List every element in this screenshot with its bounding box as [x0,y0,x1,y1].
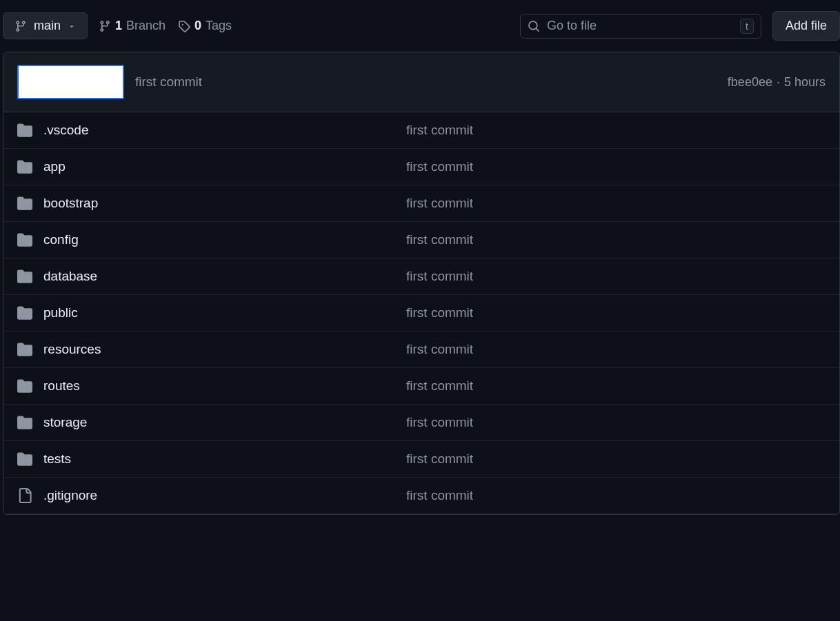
folder-icon [17,415,32,430]
commit-hash[interactable]: fbee0ee [728,75,772,90]
commit-sep: · [777,75,780,90]
repo-toolbar: main 1 Branch 0 Tags t Add file [0,0,840,52]
file-name-link[interactable]: config [43,232,395,247]
folder-icon [17,269,32,284]
file-row: .vscodefirst commit [3,112,839,149]
file-commit-link[interactable]: first commit [406,305,473,320]
branches-link[interactable]: 1 Branch [99,19,166,33]
file-row: routesfirst commit [3,368,839,405]
file-name-link[interactable]: tests [43,451,395,467]
latest-commit-meta: fbee0ee · 5 hours [728,75,826,90]
file-row: databasefirst commit [3,258,839,295]
folder-icon [17,305,32,320]
file-icon [17,488,32,503]
search-icon [528,20,540,32]
file-name-link[interactable]: .gitignore [43,488,395,503]
file-commit-link[interactable]: first commit [406,123,473,138]
folder-icon [17,378,32,394]
file-commit-link[interactable]: first commit [406,342,473,357]
file-list-panel: first commit fbee0ee · 5 hours .vscodefi… [3,52,840,515]
folder-icon [17,159,32,174]
add-file-label: Add file [786,19,827,33]
file-row: testsfirst commit [3,441,839,478]
file-rows-container: .vscodefirst commitappfirst commitbootst… [3,112,839,514]
add-file-button[interactable]: Add file [772,11,840,41]
file-commit-link[interactable]: first commit [406,196,473,211]
folder-icon [17,232,32,247]
search-kbd-hint: t [740,19,754,34]
author-avatar[interactable] [17,65,124,99]
file-search[interactable]: t [520,14,761,39]
file-name-link[interactable]: app [43,159,395,174]
file-commit-link[interactable]: first commit [406,488,473,503]
file-row: storagefirst commit [3,405,839,441]
file-search-input[interactable] [547,19,733,33]
file-name-link[interactable]: public [43,305,395,320]
commit-time: 5 hours [784,75,826,90]
latest-commit-header: first commit fbee0ee · 5 hours [3,52,839,112]
branch-tag-meta: 1 Branch 0 Tags [99,19,232,33]
branch-name-label: main [34,19,61,33]
file-commit-link[interactable]: first commit [406,269,473,284]
file-commit-link[interactable]: first commit [406,415,473,430]
file-commit-link[interactable]: first commit [406,232,473,247]
file-row: resourcesfirst commit [3,332,839,368]
file-row: .gitignorefirst commit [3,478,839,514]
folder-icon [17,123,32,138]
file-row: publicfirst commit [3,295,839,332]
file-row: appfirst commit [3,149,839,185]
caret-down-icon [68,22,76,30]
file-row: bootstrapfirst commit [3,185,839,222]
branch-label: Branch [126,19,166,33]
file-name-link[interactable]: database [43,269,395,284]
file-commit-link[interactable]: first commit [406,159,473,174]
tags-link[interactable]: 0 Tags [178,19,232,33]
tag-label: Tags [206,19,232,33]
folder-icon [17,451,32,467]
file-name-link[interactable]: routes [43,378,395,394]
file-name-link[interactable]: bootstrap [43,196,395,211]
file-name-link[interactable]: .vscode [43,123,395,138]
git-branch-icon [14,20,27,32]
file-commit-link[interactable]: first commit [406,451,473,467]
file-row: configfirst commit [3,222,839,258]
latest-commit-message[interactable]: first commit [135,74,202,90]
file-name-link[interactable]: resources [43,342,395,357]
file-commit-link[interactable]: first commit [406,378,473,394]
branch-select-button[interactable]: main [3,12,88,39]
branch-count: 1 [115,19,122,33]
folder-icon [17,196,32,211]
file-name-link[interactable]: storage [43,415,395,430]
tag-icon [178,20,190,32]
tag-count: 0 [194,19,201,33]
folder-icon [17,342,32,357]
git-branch-icon [99,20,111,32]
